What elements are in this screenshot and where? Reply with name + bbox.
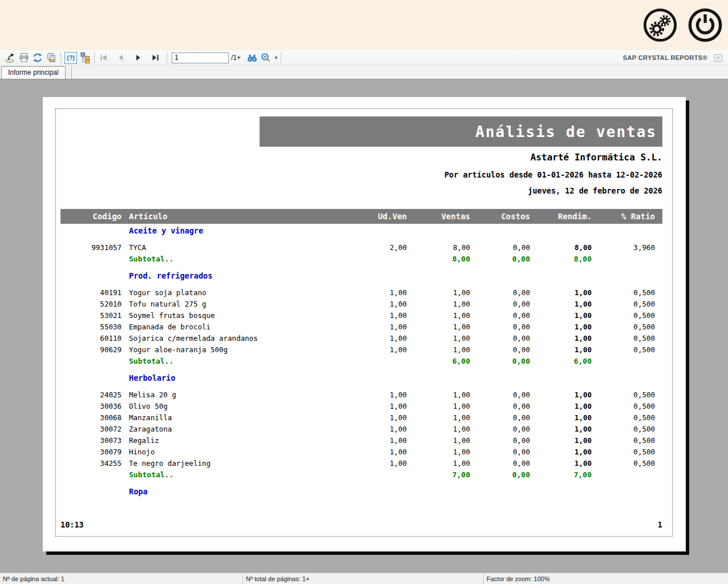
- table-row: 30072Zaragatona1,001,000,001,000,500: [60, 423, 662, 434]
- cell-rendim: 8,00: [530, 243, 592, 252]
- power-icon: [687, 7, 723, 43]
- cell-udven: 1,00: [341, 402, 407, 410]
- cell-codigo: 30072: [60, 425, 122, 433]
- column-header-udven: Ud.Ven: [341, 212, 407, 221]
- table-row: 52010Tofu natural 275 g1,001,000,001,000…: [60, 298, 662, 309]
- report-page-number: 1: [658, 520, 662, 529]
- close-icon[interactable]: ×: [714, 54, 722, 62]
- gear-icon: [642, 7, 678, 43]
- table-row: 24025Melisa 20 g1,001,000,001,000,500: [60, 389, 662, 400]
- page-number-input[interactable]: [172, 53, 229, 63]
- cell-ventas: 1,00: [407, 413, 470, 422]
- power-button[interactable]: [687, 7, 723, 43]
- next-page-button[interactable]: [131, 51, 145, 65]
- cell-udven: 1,00: [341, 448, 407, 456]
- cell-costos: 0,00: [470, 323, 530, 331]
- zoom-dropdown-caret[interactable]: ▼: [274, 55, 278, 61]
- last-page-button[interactable]: [148, 51, 162, 65]
- preview-area: Análisis de ventas Astarté Informática S…: [0, 79, 728, 573]
- report-body: Aceite y vinagre9931057TYCA2,008,000,008…: [60, 224, 662, 502]
- previous-page-icon: [115, 52, 127, 63]
- cell-codigo: 30036: [60, 402, 122, 410]
- cell-rendim: 8,00: [530, 255, 592, 263]
- cell-ventas: 8,00: [407, 255, 470, 263]
- cell-ratio: 0,500: [592, 390, 655, 399]
- settings-button[interactable]: [642, 7, 678, 43]
- zoom-button[interactable]: [259, 51, 273, 65]
- cell-ratio: 0,500: [592, 436, 655, 445]
- column-header-articulo: Artículo: [122, 212, 341, 221]
- export-icon: [5, 52, 16, 63]
- cell-udven: 2,00: [341, 243, 407, 252]
- refresh-button[interactable]: [31, 51, 45, 65]
- first-page-icon: [98, 52, 110, 63]
- cell-codigo: 60110: [60, 334, 122, 343]
- tab-informe-principal[interactable]: Informe principal: [1, 66, 66, 79]
- cell-articulo: TYCA: [122, 243, 341, 252]
- table-row: 90629Yogur aloe-naranja 500g1,001,000,00…: [60, 344, 662, 355]
- cell-ventas: 1,00: [407, 402, 470, 410]
- cell-udven: 1,00: [341, 425, 407, 433]
- cell-costos: 0,00: [470, 334, 530, 343]
- toolbar: (?): [0, 50, 728, 66]
- toggle-parameter-panel-button[interactable]: (?): [64, 52, 77, 64]
- cell-codigo: 52010: [60, 300, 122, 308]
- cell-articulo: Subtotal..: [122, 470, 341, 479]
- cell-costos: 0,00: [470, 300, 530, 308]
- group-label: Herbolario: [60, 372, 662, 384]
- cell-udven: 1,00: [341, 390, 407, 399]
- cell-rendim: 1,00: [530, 448, 592, 456]
- status-bar: Nº de página actual: 1 Nº total de págin…: [0, 573, 728, 584]
- table-row: 55030Empanada de brocoli1,001,000,001,00…: [60, 321, 662, 332]
- cell-articulo: Subtotal..: [122, 255, 341, 263]
- cell-costos: 0,00: [470, 288, 530, 297]
- table-header-row: Codigo Artículo Ud.Ven Ventas Costos Ren…: [60, 209, 662, 224]
- column-header-ratio: % Ratio: [592, 212, 655, 221]
- cell-codigo: 55030: [60, 323, 122, 331]
- cell-codigo: 30079: [60, 448, 122, 456]
- copy-button[interactable]: [45, 51, 58, 65]
- cell-codigo: 90629: [60, 345, 122, 354]
- export-button[interactable]: [3, 51, 17, 65]
- cell-rendim: 1,00: [530, 436, 592, 445]
- report-title-banner: Análisis de ventas: [260, 116, 662, 147]
- find-button[interactable]: [245, 51, 259, 65]
- table-row: 30036Olivo 50g1,001,000,001,000,500: [60, 400, 662, 412]
- cell-rendim: 1,00: [530, 288, 592, 297]
- status-total-pages: Nº total de páginas: 1+: [242, 573, 483, 584]
- cell-ventas: 7,00: [407, 470, 470, 479]
- toggle-group-tree-button[interactable]: [78, 51, 92, 65]
- cell-articulo: Empanada de brocoli: [122, 323, 341, 331]
- cell-costos: 0,00: [470, 448, 530, 456]
- cell-costos: 0,00: [470, 402, 530, 410]
- cell-ventas: 1,00: [407, 288, 470, 297]
- previous-page-button[interactable]: [114, 51, 128, 65]
- company-name: Astarté Informática S.L.: [531, 152, 662, 163]
- cell-articulo: Manzanilla: [122, 413, 341, 422]
- table-row: 9931057TYCA2,008,000,008,003,960: [60, 241, 662, 253]
- cell-udven: 1,00: [341, 413, 407, 422]
- cell-articulo: Te negro darjeeling: [122, 459, 341, 468]
- cell-ventas: 1,00: [407, 311, 470, 320]
- print-button[interactable]: [17, 51, 31, 65]
- panel-splitter[interactable]: [71, 66, 72, 79]
- cell-codigo: 30068: [60, 413, 122, 422]
- report-time: 10:13: [60, 520, 84, 529]
- report-period: Por artículos desde 01-01-2026 hasta 12-…: [444, 170, 662, 179]
- cell-rendim: 1,00: [530, 334, 592, 343]
- cell-ventas: 1,00: [407, 390, 470, 399]
- cell-ratio: 0,500: [592, 413, 655, 422]
- first-page-button[interactable]: [97, 51, 111, 65]
- cell-costos: 0,00: [470, 345, 530, 354]
- cell-udven: 1,00: [341, 459, 407, 468]
- cell-ratio: 0,500: [592, 402, 655, 410]
- cell-articulo: Tofu natural 275 g: [122, 300, 341, 308]
- status-zoom-factor: Factor de zoom: 100%: [483, 573, 728, 584]
- column-header-costos: Costos: [470, 212, 530, 221]
- cell-udven: 1,00: [341, 334, 407, 343]
- cell-ventas: 1,00: [407, 334, 470, 343]
- table-row: 34255Te negro darjeeling1,001,000,001,00…: [60, 457, 662, 469]
- copy-icon: [46, 52, 57, 63]
- last-page-icon: [149, 52, 161, 63]
- cell-costos: 0,00: [470, 413, 530, 422]
